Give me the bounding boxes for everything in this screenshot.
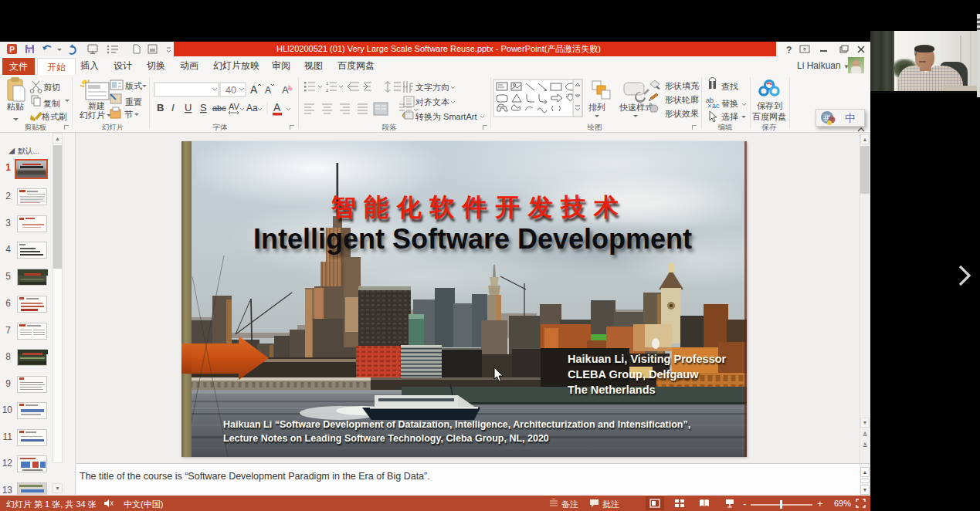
svg-text:B: B	[157, 102, 164, 113]
svg-text:粘贴: 粘贴	[6, 102, 24, 111]
svg-text:文字方向: 文字方向	[415, 83, 449, 92]
svg-text:排列: 排列	[588, 103, 605, 112]
svg-text:快速样式: 快速样式	[619, 103, 653, 112]
svg-text:40: 40	[226, 85, 236, 96]
svg-text:A: A	[250, 83, 258, 96]
svg-text:形状效果: 形状效果	[665, 109, 699, 118]
svg-text:复制: 复制	[43, 99, 60, 108]
svg-text:版式: 版式	[125, 81, 142, 90]
svg-text:查找: 查找	[721, 82, 738, 91]
svg-text:新建: 新建	[88, 101, 105, 110]
svg-text:重置: 重置	[125, 97, 142, 107]
svg-text:Aa: Aa	[246, 103, 258, 113]
svg-text:保存到: 保存到	[757, 101, 782, 110]
svg-text:1: 1	[326, 81, 329, 86]
svg-text:S: S	[200, 102, 207, 113]
svg-text:U: U	[185, 102, 192, 113]
svg-text:对齐文本: 对齐文本	[415, 97, 449, 107]
svg-text:幻灯片: 幻灯片	[80, 110, 105, 120]
svg-text:中: 中	[845, 112, 856, 124]
svg-text:A: A	[265, 85, 271, 96]
svg-text:ac: ac	[712, 102, 720, 110]
svg-text:转换为 SmartArt: 转换为 SmartArt	[415, 112, 476, 121]
svg-text:选择: 选择	[721, 112, 738, 121]
svg-text:AV: AV	[229, 102, 240, 111]
svg-text:节: 节	[124, 110, 133, 119]
svg-text:形状填充: 形状填充	[665, 81, 699, 90]
svg-text:P: P	[9, 46, 15, 54]
svg-text:百度网盘: 百度网盘	[752, 112, 786, 121]
svg-text:I: I	[171, 102, 175, 113]
svg-text:格式刷: 格式刷	[41, 112, 67, 121]
svg-text:替换: 替换	[721, 99, 738, 108]
svg-text:A: A	[273, 101, 281, 113]
svg-text:?: ?	[786, 45, 792, 56]
svg-text:形状轮廓: 形状轮廓	[665, 95, 699, 104]
svg-text:2: 2	[326, 88, 329, 93]
svg-text:剪切: 剪切	[43, 83, 60, 92]
svg-text:abc: abc	[212, 103, 226, 113]
svg-text:A: A	[282, 84, 289, 96]
